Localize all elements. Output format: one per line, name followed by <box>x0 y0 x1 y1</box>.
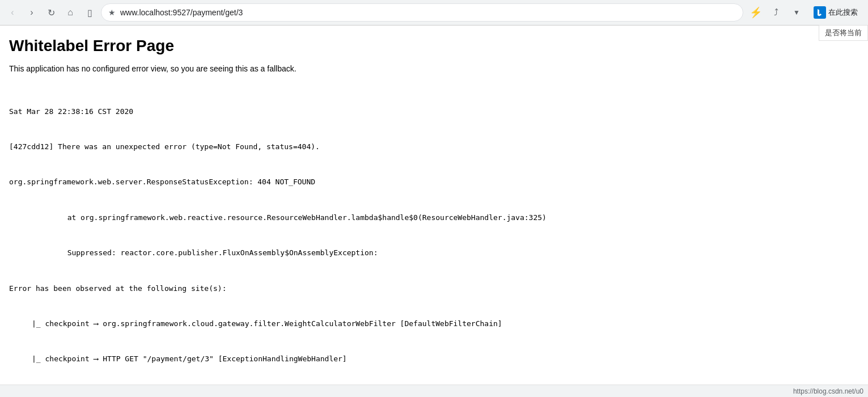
address-bar: ★ <box>101 3 743 22</box>
error-observed-line: Error has been observed at the following… <box>9 283 859 295</box>
url-input[interactable] <box>120 8 736 17</box>
reload-button[interactable]: ↻ <box>43 5 59 20</box>
suggestion-label: 是否将当前 <box>825 28 862 37</box>
reading-mode-button[interactable]: ▯ <box>82 5 98 20</box>
suggestion-bar: 是否将当前 <box>819 25 868 41</box>
search-label: 在此搜索 <box>828 7 858 18</box>
dropdown-button[interactable]: ▼ <box>787 3 806 22</box>
browser-toolbar: ‹ › ↻ ⌂ ▯ ★ ⚡ ⤴ ▼ 在此搜索 <box>0 0 868 25</box>
status-url: https://blog.csdn.net/u0 <box>793 387 863 395</box>
error-details: Sat Mar 28 22:38:16 CST 2020 [427cdd12] … <box>9 82 859 397</box>
bing-icon <box>814 6 826 19</box>
timestamp-line: Sat Mar 28 22:38:16 CST 2020 <box>9 106 859 118</box>
lightning-icon-button[interactable]: ⚡ <box>747 3 765 22</box>
error-description: This application has no configured error… <box>9 64 859 73</box>
bing-search-button[interactable]: 在此搜索 <box>808 4 863 21</box>
toolbar-right: ⚡ ⤴ ▼ 在此搜索 <box>747 3 863 22</box>
browser-chrome: ‹ › ↻ ⌂ ▯ ★ ⚡ ⤴ ▼ 在此搜索 <box>0 0 868 26</box>
exception-line: org.springframework.web.server.ResponseS… <box>9 176 859 188</box>
page-title: Whitelabel Error Page <box>9 37 859 55</box>
status-bar: https://blog.csdn.net/u0 <box>0 385 868 397</box>
back-button[interactable]: ‹ <box>5 5 20 20</box>
page-content: Whitelabel Error Page This application h… <box>0 26 868 397</box>
share-button[interactable]: ⤴ <box>767 3 785 22</box>
at-line1: at org.springframework.web.reactive.reso… <box>9 212 859 224</box>
checkpoint1-line: |_ checkpoint ⟶ org.springframework.clou… <box>9 318 859 330</box>
bookmark-icon: ★ <box>108 8 116 17</box>
suppressed-line: Suppressed: reactor.core.publisher.FluxO… <box>9 247 859 259</box>
error-id-line: [427cdd12] There was an unexpected error… <box>9 141 859 153</box>
forward-button[interactable]: › <box>24 5 40 20</box>
home-button[interactable]: ⌂ <box>62 5 78 20</box>
checkpoint2-line: |_ checkpoint ⟶ HTTP GET "/payment/get/3… <box>9 353 859 365</box>
